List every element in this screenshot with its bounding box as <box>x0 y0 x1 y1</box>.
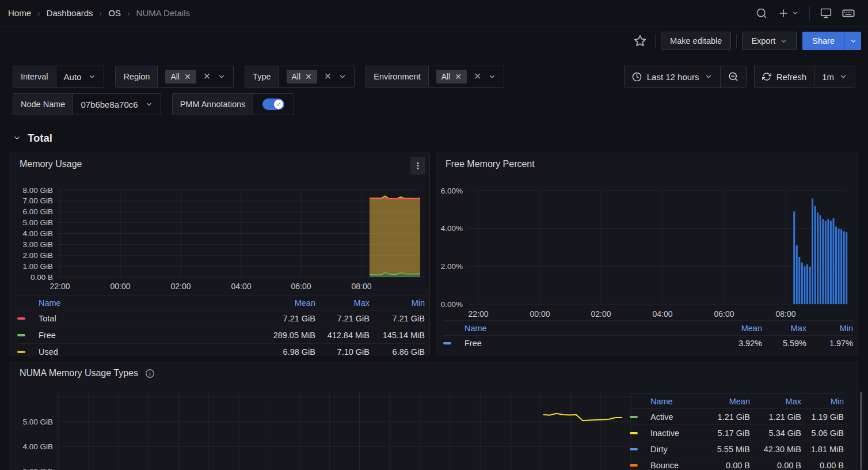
legend-row-bounce: Bounce0.00 B0.00 B0.00 B <box>630 457 844 470</box>
legend-header-name[interactable]: Name <box>465 324 710 333</box>
series-swatch-icon <box>17 351 25 353</box>
legend-series-name[interactable]: Free <box>39 331 258 340</box>
legend-header-min[interactable]: Min <box>801 397 844 406</box>
monitor-icon[interactable] <box>815 3 837 23</box>
legend-header-min[interactable]: Min <box>806 324 853 333</box>
legend-header-name[interactable]: Name <box>650 397 698 406</box>
filter-region-chip[interactable]: All✕ <box>165 70 196 84</box>
breadcrumb-bar: Home › Dashboards › OS › NUMA Details <box>0 0 868 26</box>
pmm-annotations-toggle[interactable]: ✓ <box>262 98 284 110</box>
filter-environment-select[interactable]: All✕ ✕ <box>429 66 504 87</box>
legend-series-name[interactable]: Used <box>39 347 258 355</box>
legend-row-dirty: Dirty5.55 MiB42.30 MiB1.81 MiB <box>630 441 844 457</box>
breadcrumb-separator: › <box>127 9 130 18</box>
legend-series-name[interactable]: Inactive <box>650 429 698 438</box>
legend-header-mean[interactable]: Mean <box>258 298 315 308</box>
filter-node-name: Node Name 07b6be8a70c6 <box>13 93 161 115</box>
clock-icon <box>632 72 642 82</box>
panel-title[interactable]: Memory Usage <box>20 159 82 169</box>
breadcrumb-separator: › <box>100 9 102 18</box>
memory-usage-legend: NameMeanMaxMinTotal7.21 GiB7.21 GiB7.21 … <box>17 295 425 355</box>
chevron-down-icon <box>88 73 96 81</box>
breadcrumb-dashboards[interactable]: Dashboards <box>47 8 93 18</box>
svg-text:4.00 GiB: 4.00 GiB <box>22 442 53 451</box>
filter-interval-select[interactable]: Auto <box>56 66 104 87</box>
breadcrumb-separator: › <box>37 9 40 18</box>
svg-text:6.00 GiB: 6.00 GiB <box>22 207 53 216</box>
zoom-out-button[interactable] <box>720 66 746 87</box>
share-button[interactable]: Share <box>802 32 844 50</box>
series-swatch-icon <box>630 448 638 450</box>
refresh-interval-picker[interactable]: 1m <box>814 66 855 87</box>
legend-header-name[interactable]: Name <box>39 298 258 308</box>
toggle-check-icon: ✓ <box>274 100 283 109</box>
filter-environment: Environment All✕ ✕ <box>366 66 504 88</box>
legend-header-max[interactable]: Max <box>315 298 370 308</box>
page-scrollbar[interactable] <box>860 392 862 470</box>
refresh-label: Refresh <box>776 72 807 82</box>
clear-selection-icon[interactable]: ✕ <box>324 72 332 81</box>
legend-series-name[interactable]: Dirty <box>650 445 698 454</box>
filter-region-select[interactable]: All✕ ✕ <box>158 66 233 87</box>
legend-header-mean[interactable]: Mean <box>710 324 762 333</box>
legend-mean-value: 6.98 GiB <box>258 347 315 355</box>
svg-text:7.00 GiB: 7.00 GiB <box>22 196 53 205</box>
time-range-picker[interactable]: Last 12 hours <box>625 66 720 87</box>
panel-menu-kebab-icon[interactable]: ⋮ <box>410 157 425 175</box>
pmm-annotations-control: PMM Annotations ✓ <box>172 93 295 115</box>
remove-chip-icon[interactable]: ✕ <box>455 73 462 81</box>
legend-header-mean[interactable]: Mean <box>698 397 750 406</box>
legend-series-name[interactable]: Bounce <box>650 461 698 470</box>
panel-memory-usage: Memory Usage ⋮ 8.00 GiB7.00 GiB6.00 GiB5… <box>10 153 430 355</box>
clear-selection-icon[interactable]: ✕ <box>203 72 211 81</box>
legend-header-min[interactable]: Min <box>370 298 425 308</box>
filter-interval-value: Auto <box>64 72 82 82</box>
filter-region-label: Region <box>116 66 158 87</box>
remove-chip-icon[interactable]: ✕ <box>305 73 312 81</box>
make-editable-button[interactable]: Make editable <box>661 32 731 50</box>
numa-types-legend[interactable]: NameMeanMaxMinActive1.21 GiB1.21 GiB1.19… <box>630 393 854 470</box>
legend-series-name[interactable]: Total <box>39 314 258 323</box>
legend-series-name[interactable]: Active <box>650 412 698 422</box>
free-memory-percent-chart[interactable]: 6.00%4.00%2.00%0.00%22:0000:0002:0004:00… <box>436 181 858 320</box>
breadcrumb-os[interactable]: OS <box>108 8 121 18</box>
refresh-button[interactable]: Refresh <box>755 66 814 87</box>
filter-node-name-select[interactable]: 07b6be8a70c6 <box>73 94 160 115</box>
svg-text:04:00: 04:00 <box>652 309 672 319</box>
panel-title[interactable]: NUMA Memory Usage Types <box>20 368 155 378</box>
add-menu-button[interactable] <box>772 3 804 23</box>
legend-header-max[interactable]: Max <box>762 324 806 333</box>
legend-max-value: 5.34 GiB <box>750 429 801 438</box>
info-icon[interactable] <box>145 369 155 378</box>
legend-header-max[interactable]: Max <box>750 397 801 406</box>
legend-row-free: Free3.92%5.59%1.97% <box>443 335 853 351</box>
time-range-label: Last 12 hours <box>647 72 699 82</box>
filter-type-chip[interactable]: All✕ <box>287 70 317 84</box>
refresh-interval-value: 1m <box>822 72 834 82</box>
search-icon[interactable] <box>751 3 772 23</box>
breadcrumb-home[interactable]: Home <box>8 8 31 18</box>
legend-series-name[interactable]: Free <box>465 339 710 348</box>
refresh-icon <box>762 72 771 81</box>
star-icon[interactable] <box>630 35 650 47</box>
template-variables-row-2: Node Name 07b6be8a70c6 PMM Annotations ✓ <box>0 93 868 115</box>
svg-text:08:00: 08:00 <box>775 309 795 319</box>
legend-max-value: 5.59% <box>762 339 806 348</box>
svg-text:5.00 GiB: 5.00 GiB <box>22 418 53 426</box>
template-variables-row-1: Interval Auto Region All✕ ✕ Type All✕ ✕ … <box>0 66 868 88</box>
section-row-total[interactable]: Total <box>13 130 868 146</box>
memory-usage-chart[interactable]: 8.00 GiB7.00 GiB6.00 GiB5.00 GiB4.00 GiB… <box>10 181 430 303</box>
chevron-down-icon <box>145 100 153 108</box>
keyboard-icon[interactable] <box>837 3 860 23</box>
share-dropdown-button[interactable] <box>844 32 861 50</box>
series-swatch-icon <box>17 334 25 336</box>
filter-node-name-label: Node Name <box>13 94 73 115</box>
filter-environment-chip[interactable]: All✕ <box>436 70 467 84</box>
remove-chip-icon[interactable]: ✕ <box>184 73 191 81</box>
export-button[interactable]: Export <box>742 32 797 50</box>
dashboard-page: Home › Dashboards › OS › NUMA Details <box>0 0 868 470</box>
filter-type-select[interactable]: All✕ ✕ <box>279 66 355 87</box>
panel-title[interactable]: Free Memory Percent <box>446 159 535 169</box>
legend-max-value: 7.21 GiB <box>315 314 370 323</box>
clear-selection-icon[interactable]: ✕ <box>474 72 481 81</box>
